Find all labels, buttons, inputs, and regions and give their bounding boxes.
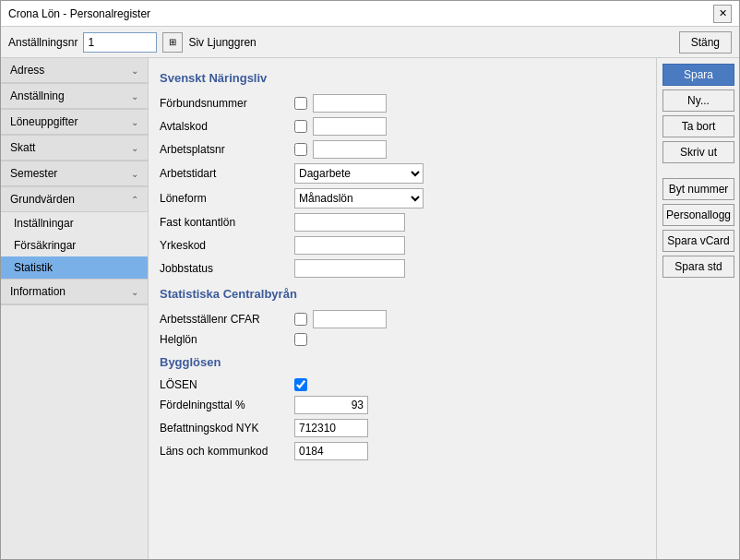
employee-name: Siv Ljunggren: [188, 36, 673, 49]
sidebar-label-skatt: Skatt: [10, 141, 35, 154]
main-content: Adress ⌄ Anställning ⌄ Löneuppgifter ⌄ S…: [1, 58, 739, 559]
main-window: Crona Lön - Personalregister ✕ Anställni…: [0, 0, 740, 560]
label-lans-kommunkod: Läns och kommunkod: [160, 445, 289, 458]
right-spacer: [662, 281, 734, 554]
ny-button[interactable]: Ny...: [662, 89, 734, 112]
select-arbetstidart[interactable]: Dagarbete: [294, 163, 424, 184]
section-svenskt-naringsliv: Svenskt Näringsliv Förbundsnummer Avtals…: [160, 71, 645, 278]
sidebar-label-anstallning: Anställning: [10, 89, 65, 102]
label-arbetstidart: Arbetstidart: [160, 167, 289, 180]
sidebar-item-installningar[interactable]: Inställningar: [1, 212, 148, 234]
row-arbetsplatsnr: Arbetsplatsnr: [160, 140, 645, 159]
label-fast-kontantlon: Fast kontantlön: [160, 216, 289, 229]
input-yrkeskod[interactable]: [294, 236, 405, 255]
window-title: Crona Lön - Personalregister: [8, 7, 150, 20]
checkbox-arbetsplatsnr[interactable]: [294, 143, 307, 156]
row-befattningskod-nyk: Befattningskod NYK: [160, 419, 645, 437]
input-forbundsnummer[interactable]: [313, 94, 387, 113]
chevron-down-icon: ⌄: [131, 66, 138, 76]
checkbox-forbundsnummer[interactable]: [294, 97, 307, 110]
sidebar-section-loneuppgifter: Löneuppgifter ⌄: [1, 110, 148, 136]
sidebar-item-statistik[interactable]: Statistik: [1, 256, 148, 279]
sidebar-item-forsakringar[interactable]: Försäkringar: [1, 234, 148, 256]
select-loneform[interactable]: Månadslön: [294, 188, 424, 209]
chevron-down-icon: ⌄: [131, 143, 138, 153]
input-arbetsplatsnr[interactable]: [313, 140, 387, 159]
section-statistiska-centralbyran: Statistiska Centralbyrån Arbetsställenr …: [160, 287, 645, 346]
sidebar-header-semester[interactable]: Semester ⌄: [1, 161, 148, 186]
row-losen: LÖSEN: [160, 378, 645, 391]
right-panel: Spara Ny... Ta bort Skriv ut Byt nummer …: [656, 58, 739, 559]
sidebar-section-semester: Semester ⌄: [1, 161, 148, 187]
input-fordelningstal[interactable]: [294, 396, 368, 414]
spara-vcard-button[interactable]: Spara vCard: [662, 230, 734, 252]
input-arbetsstellenr-cfar[interactable]: [313, 310, 387, 328]
anstallningsnr-search-button[interactable]: ⊞: [162, 32, 183, 53]
label-losen: LÖSEN: [160, 378, 289, 391]
anstallningsnr-label: Anställningsnr: [8, 36, 78, 49]
label-loneform: Löneform: [160, 192, 289, 205]
input-fast-kontantlon[interactable]: [294, 213, 405, 232]
sidebar-header-loneuppgifter[interactable]: Löneuppgifter ⌄: [1, 110, 148, 135]
personallogg-button[interactable]: Personallogg: [662, 204, 734, 226]
row-helglon: Helglön: [160, 333, 645, 346]
spara-std-button[interactable]: Spara std: [662, 256, 734, 278]
input-jobbstatus[interactable]: [294, 259, 405, 278]
skriv-ut-button[interactable]: Skriv ut: [662, 141, 734, 163]
section-bygglosen: Bygglösen LÖSEN Fördelningsttal % Befatt…: [160, 355, 645, 460]
sidebar-header-anstallning[interactable]: Anställning ⌄: [1, 84, 148, 109]
sidebar-label-semester: Semester: [10, 167, 57, 180]
toolbar: Anställningsnr ⊞ Siv Ljunggren Stäng: [1, 27, 739, 58]
input-lans-kommunkod[interactable]: [294, 442, 368, 460]
sidebar-section-information: Information ⌄: [1, 280, 148, 305]
label-forbundsnummer: Förbundsnummer: [160, 97, 289, 110]
row-arbetstidart: Arbetstidart Dagarbete: [160, 163, 645, 184]
sidebar-label-information: Information: [10, 285, 66, 298]
label-befattningskod-nyk: Befattningskod NYK: [160, 422, 289, 435]
checkbox-arbetsstellenr-cfar[interactable]: [294, 313, 307, 326]
window-close-button[interactable]: ✕: [713, 5, 732, 23]
anstallningsnr-input[interactable]: [83, 32, 157, 53]
row-lans-kommunkod: Läns och kommunkod: [160, 442, 645, 460]
label-arbetsplatsnr: Arbetsplatsnr: [160, 143, 289, 156]
checkbox-helglon[interactable]: [294, 333, 307, 346]
label-arbetsstellenr-cfar: Arbetsställenr CFAR: [160, 313, 289, 326]
sidebar: Adress ⌄ Anställning ⌄ Löneuppgifter ⌄ S…: [1, 58, 149, 559]
section-title-bygglosen: Bygglösen: [160, 355, 645, 371]
checkbox-avtalskod[interactable]: [294, 120, 307, 133]
sidebar-header-skatt[interactable]: Skatt ⌄: [1, 136, 148, 161]
spara-button[interactable]: Spara: [662, 64, 734, 86]
sidebar-section-grundvarden: Grundvärden ⌃ Inställningar Försäkringar…: [1, 187, 148, 280]
sidebar-section-anstallning: Anställning ⌄: [1, 84, 148, 110]
byt-nummer-button[interactable]: Byt nummer: [662, 178, 734, 200]
input-avtalskod[interactable]: [313, 117, 387, 136]
sidebar-header-grundvarden[interactable]: Grundvärden ⌃: [1, 187, 148, 212]
chevron-down-icon: ⌄: [131, 117, 138, 127]
chevron-down-icon: ⌄: [131, 91, 138, 101]
stang-button[interactable]: Stäng: [679, 31, 732, 54]
sidebar-header-adress[interactable]: Adress ⌄: [1, 58, 148, 83]
label-avtalskod: Avtalskod: [160, 120, 289, 133]
input-befattningskod-nyk[interactable]: [294, 419, 368, 437]
title-bar: Crona Lön - Personalregister ✕: [1, 1, 739, 27]
ta-bort-button[interactable]: Ta bort: [662, 115, 734, 137]
sidebar-label-grundvarden: Grundvärden: [10, 193, 75, 206]
sidebar-label-adress: Adress: [10, 64, 44, 77]
row-forbundsnummer: Förbundsnummer: [160, 94, 645, 113]
label-helglon: Helglön: [160, 333, 289, 346]
chevron-up-icon: ⌃: [131, 195, 138, 205]
sidebar-section-skatt: Skatt ⌄: [1, 136, 148, 161]
label-yrkeskod: Yrkeskod: [160, 239, 289, 252]
sidebar-header-information[interactable]: Information ⌄: [1, 280, 148, 304]
spacer: [662, 167, 734, 174]
row-jobbstatus: Jobbstatus: [160, 259, 645, 278]
section-title-svenskt-naringsliv: Svenskt Näringsliv: [160, 71, 645, 87]
row-fordelningstal: Fördelningsttal %: [160, 396, 645, 414]
sidebar-section-adress: Adress ⌄: [1, 58, 148, 84]
section-title-statistiska-centralbyran: Statistiska Centralbyrån: [160, 287, 645, 303]
chevron-down-icon: ⌄: [131, 287, 138, 297]
row-loneform: Löneform Månadslön: [160, 188, 645, 209]
row-arbetsstellenr-cfar: Arbetsställenr CFAR: [160, 310, 645, 328]
row-fast-kontantlon: Fast kontantlön: [160, 213, 645, 232]
checkbox-losen[interactable]: [294, 378, 307, 391]
